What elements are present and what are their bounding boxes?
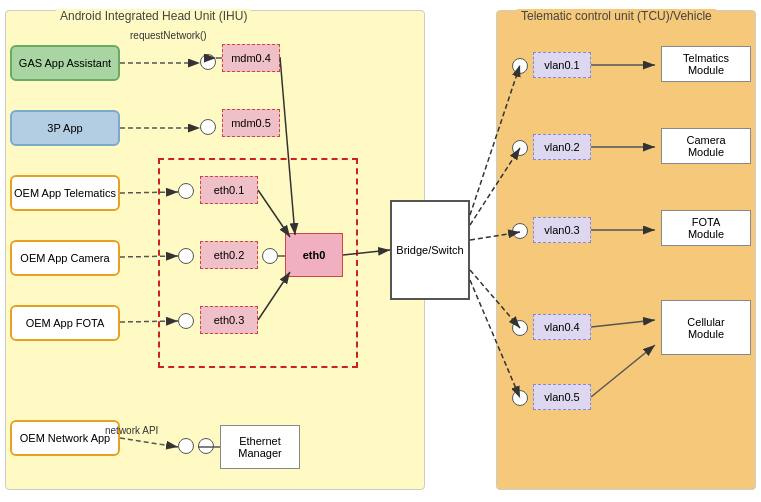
ihu-label: Android Integrated Head Unit (IHU) [56, 9, 251, 23]
app-3p-box: 3P App [10, 110, 120, 146]
vlan03-box: vlan0.3 [533, 217, 591, 243]
circle-vlan04 [512, 320, 528, 336]
circle-oem-camera [178, 248, 194, 264]
app-gas-label: GAS App Assistant [19, 57, 111, 69]
circle-3p [200, 119, 216, 135]
bridge-switch-label: Bridge/Switch [396, 244, 463, 256]
app-oem-fota-label: OEM App FOTA [26, 317, 105, 329]
tcu-panel: Telematic control unit (TCU)/Vehicle [496, 10, 756, 490]
request-network-label: requestNetwork() [130, 30, 207, 41]
vlan05-label: vlan0.5 [544, 391, 579, 403]
bridge-switch-box: Bridge/Switch [390, 200, 470, 300]
vlan04-label: vlan0.4 [544, 321, 579, 333]
circle-oem-network [178, 438, 194, 454]
tcu-label: Telematic control unit (TCU)/Vehicle [517, 9, 716, 23]
circle-eth-mgr1 [198, 438, 214, 454]
circle-vlan03 [512, 223, 528, 239]
circle-vlan01 [512, 58, 528, 74]
app-gas-box: GAS App Assistant [10, 45, 120, 81]
eth0-box: eth0 [285, 233, 343, 277]
diagram-container: Android Integrated Head Unit (IHU) Telem… [0, 0, 761, 502]
mdm05-label: mdm0.5 [231, 117, 271, 129]
app-3p-label: 3P App [47, 122, 82, 134]
app-oem-network-label: OEM Network App [20, 432, 110, 444]
circle-oem-telematics [178, 183, 194, 199]
cellular-module-box: CellularModule [661, 300, 751, 355]
eth0-label: eth0 [303, 249, 326, 261]
app-oem-telematics-label: OEM App Telematics [14, 187, 116, 199]
app-oem-telematics-box: OEM App Telematics [10, 175, 120, 211]
telmatics-module-label: TelmaticsModule [683, 52, 729, 76]
network-api-label: network API [105, 425, 158, 436]
circle-gas [200, 54, 216, 70]
eth01-label: eth0.1 [214, 184, 245, 196]
app-oem-camera-box: OEM App Camera [10, 240, 120, 276]
eth01-box: eth0.1 [200, 176, 258, 204]
circle-oem-fota [178, 313, 194, 329]
circle-vlan02 [512, 140, 528, 156]
cellular-module-label: CellularModule [687, 316, 724, 340]
fota-module-box: FOTAModule [661, 210, 751, 246]
fota-module-label: FOTAModule [688, 216, 724, 240]
eth-manager-label: EthernetManager [238, 435, 281, 459]
circle-eth02-right [262, 248, 278, 264]
vlan02-box: vlan0.2 [533, 134, 591, 160]
eth02-box: eth0.2 [200, 241, 258, 269]
app-oem-network-box: OEM Network App [10, 420, 120, 456]
circle-vlan05 [512, 390, 528, 406]
eth03-label: eth0.3 [214, 314, 245, 326]
vlan02-label: vlan0.2 [544, 141, 579, 153]
eth03-box: eth0.3 [200, 306, 258, 334]
mdm04-box: mdm0.4 [222, 44, 280, 72]
vlan01-box: vlan0.1 [533, 52, 591, 78]
vlan04-box: vlan0.4 [533, 314, 591, 340]
app-oem-fota-box: OEM App FOTA [10, 305, 120, 341]
camera-module-box: CameraModule [661, 128, 751, 164]
camera-module-label: CameraModule [686, 134, 725, 158]
eth02-label: eth0.2 [214, 249, 245, 261]
mdm05-box: mdm0.5 [222, 109, 280, 137]
telmatics-module-box: TelmaticsModule [661, 46, 751, 82]
app-oem-camera-label: OEM App Camera [20, 252, 109, 264]
vlan05-box: vlan0.5 [533, 384, 591, 410]
vlan03-label: vlan0.3 [544, 224, 579, 236]
eth-manager-box: EthernetManager [220, 425, 300, 469]
vlan01-label: vlan0.1 [544, 59, 579, 71]
mdm04-label: mdm0.4 [231, 52, 271, 64]
